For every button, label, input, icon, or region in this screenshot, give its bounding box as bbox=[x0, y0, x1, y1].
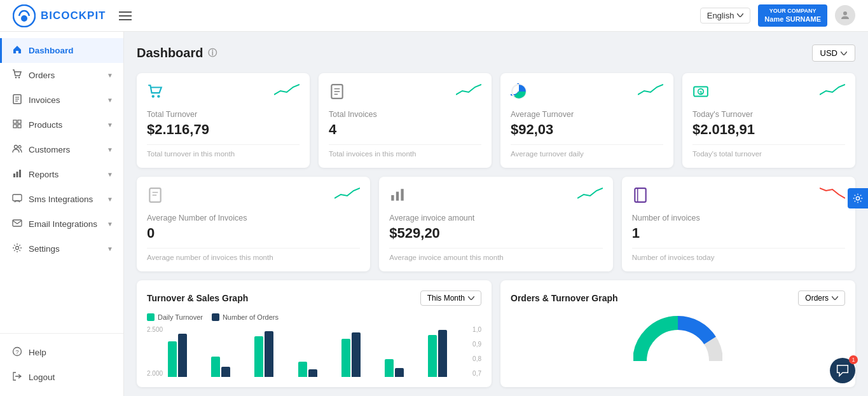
card-average-turnover: Average Turnover $92,03 Average turnover… bbox=[500, 73, 673, 168]
dashboard-header: Dashboard ⓘ USD bbox=[137, 44, 855, 62]
bar-green bbox=[211, 357, 220, 377]
card-value-todays-turnover: $2.018,91 bbox=[692, 121, 845, 138]
settings-icon bbox=[12, 243, 22, 255]
card-value-avg-turnover: $92,03 bbox=[511, 121, 663, 138]
card-top: $ bbox=[692, 83, 845, 104]
sidebar-item-invoices[interactable]: Invoices ▼ bbox=[0, 88, 123, 113]
main-content: Dashboard ⓘ USD Total Turnov bbox=[124, 32, 868, 396]
avatar[interactable] bbox=[835, 5, 855, 25]
legend-dot-daily bbox=[147, 313, 155, 321]
sidebar-label-logout: Logout bbox=[29, 372, 55, 382]
svg-point-24 bbox=[157, 95, 160, 97]
trend-up-icon bbox=[274, 83, 300, 99]
card-top bbox=[329, 83, 481, 104]
card-label-total-invoices: Total Invoices bbox=[329, 110, 481, 119]
turnover-graph-title: Turnover & Sales Graph bbox=[147, 293, 248, 303]
graphs-row: Turnover & Sales Graph This Month Daily … bbox=[137, 280, 855, 387]
card-label-todays-turnover: Today's Turnover bbox=[692, 110, 845, 119]
orders-filter-btn[interactable]: Orders bbox=[798, 290, 845, 306]
sidebar-item-orders[interactable]: Orders ▼ bbox=[0, 63, 123, 88]
chat-fab[interactable]: 1 bbox=[830, 358, 855, 383]
card-desc-total-invoices: Total invoices in this month bbox=[329, 150, 481, 158]
trend-down-icon bbox=[820, 187, 845, 202]
sms-icon bbox=[12, 193, 22, 205]
graph-header-turnover: Turnover & Sales Graph This Month bbox=[147, 290, 481, 306]
language-label: English bbox=[707, 11, 734, 20]
svg-rect-39 bbox=[635, 188, 645, 202]
donut-chart-container bbox=[511, 313, 845, 364]
hamburger-button[interactable] bbox=[119, 11, 132, 20]
logo-text: BICOCKPIT bbox=[41, 10, 106, 22]
bar-group bbox=[341, 332, 381, 377]
svg-point-23 bbox=[152, 95, 155, 97]
chevron-email: ▼ bbox=[107, 221, 113, 228]
card-top bbox=[147, 83, 300, 104]
svg-rect-17 bbox=[19, 170, 21, 177]
legend-orders: Number of Orders bbox=[212, 313, 279, 321]
barchart-icon bbox=[389, 187, 406, 207]
trend-up-icon bbox=[334, 187, 360, 202]
card-top bbox=[511, 83, 663, 104]
bar-navy bbox=[178, 334, 187, 377]
cards-row-2: Average Number of Invoices 0 Average num… bbox=[137, 177, 855, 271]
sidebar-item-logout[interactable]: Logout bbox=[0, 365, 123, 390]
svg-rect-37 bbox=[396, 192, 399, 201]
sidebar-item-help[interactable]: ? Help bbox=[0, 340, 123, 365]
language-selector[interactable]: English bbox=[700, 8, 751, 24]
card-total-turnover: Total Turnover $2.116,79 Total turnover … bbox=[137, 73, 310, 168]
sidebar-label-customers: Customers bbox=[29, 145, 70, 154]
card-avg-num-invoices: Average Number of Invoices 0 Average num… bbox=[137, 177, 370, 271]
card-value-avg-num: 0 bbox=[147, 225, 360, 242]
bar-group bbox=[211, 357, 251, 377]
pie-icon bbox=[511, 83, 527, 104]
chat-icon bbox=[836, 364, 849, 377]
orders-graph-title: Orders & Turnover Graph bbox=[511, 293, 618, 303]
card-top bbox=[389, 187, 602, 207]
bar-green bbox=[254, 336, 263, 377]
card-label-avg-turnover: Average Turnover bbox=[511, 110, 663, 119]
bar-navy bbox=[438, 330, 447, 377]
chevron-down-icon bbox=[832, 296, 838, 300]
settings-fab[interactable] bbox=[848, 188, 868, 208]
chart-area: 2.500 2.000 1,0 0,9 0,8 0,7 bbox=[147, 326, 481, 377]
trend-up-icon bbox=[577, 187, 603, 202]
customers-icon bbox=[12, 144, 22, 156]
user-button[interactable]: YOUR COMPANY Name SURNAME bbox=[758, 4, 827, 27]
sidebar-item-dashboard[interactable]: Dashboard bbox=[0, 38, 123, 63]
svg-rect-15 bbox=[13, 174, 15, 177]
chevron-sms: ▼ bbox=[107, 196, 113, 203]
dashboard-title: Dashboard ⓘ bbox=[137, 46, 217, 60]
y-axis-right: 1,0 0,9 0,8 0,7 bbox=[470, 326, 481, 377]
chevron-settings: ▼ bbox=[107, 245, 113, 252]
graph-header-orders: Orders & Turnover Graph Orders bbox=[511, 290, 845, 306]
chevron-down-icon bbox=[737, 13, 743, 17]
gear-icon bbox=[852, 193, 864, 204]
sidebar-item-settings[interactable]: Settings ▼ bbox=[0, 236, 123, 261]
svg-rect-9 bbox=[13, 120, 17, 123]
chevron-products: ▼ bbox=[107, 121, 113, 128]
y-axis-left: 2.500 2.000 bbox=[147, 326, 165, 377]
sidebar-item-customers[interactable]: Customers ▼ bbox=[0, 137, 123, 162]
trend-up-icon bbox=[638, 83, 663, 99]
chevron-down-icon bbox=[468, 296, 474, 300]
sidebar-label-invoices: Invoices bbox=[29, 95, 60, 105]
sidebar-item-reports[interactable]: Reports ▼ bbox=[0, 162, 123, 187]
turnover-graph-card: Turnover & Sales Graph This Month Daily … bbox=[137, 280, 492, 387]
legend-label-orders: Number of Orders bbox=[223, 313, 279, 321]
currency-selector[interactable]: USD bbox=[812, 44, 855, 62]
chat-badge: 1 bbox=[849, 355, 858, 364]
trend-up-icon bbox=[456, 83, 481, 99]
bar-navy bbox=[395, 368, 404, 377]
sidebar-label-help: Help bbox=[29, 348, 46, 357]
sidebar-item-sms[interactable]: Sms Integrations ▼ bbox=[0, 187, 123, 212]
orders-graph-card: Orders & Turnover Graph Orders bbox=[500, 280, 855, 387]
turnover-filter-btn[interactable]: This Month bbox=[420, 290, 481, 306]
reports-icon bbox=[12, 168, 22, 181]
sidebar-item-products[interactable]: Products ▼ bbox=[0, 113, 123, 137]
sidebar-item-email[interactable]: Email Integrations ▼ bbox=[0, 212, 123, 236]
logo: BICOCKPIT bbox=[13, 4, 106, 27]
trend-up-icon bbox=[820, 83, 845, 99]
filter-label: This Month bbox=[427, 294, 465, 303]
svg-rect-16 bbox=[17, 172, 18, 177]
legend-dot-orders bbox=[212, 313, 219, 321]
